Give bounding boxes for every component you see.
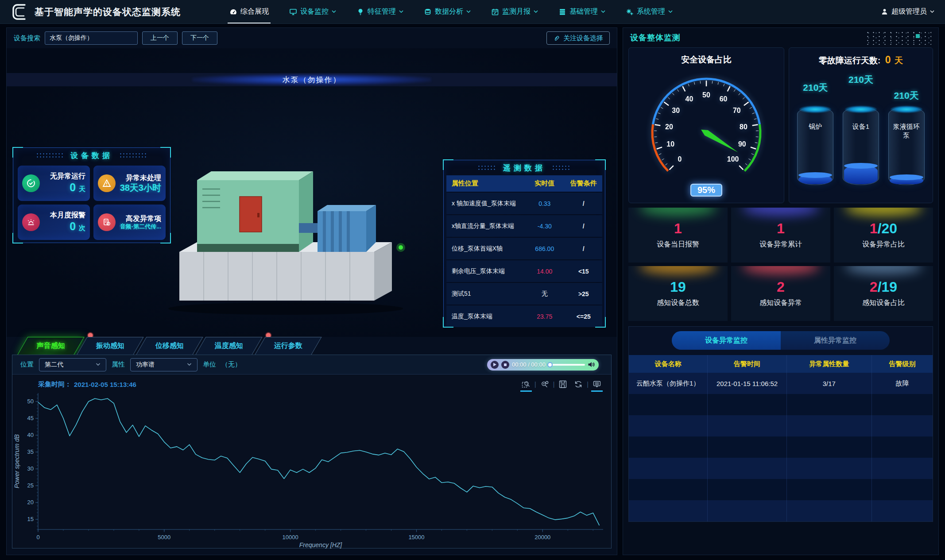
telemetry-panel: 遥测数据 属性位置 实时值 告警条件 x 轴加速度值_泵体末端 0.33 / bbox=[443, 160, 605, 327]
focus-device-select-button[interactable]: 关注设备选择 bbox=[546, 31, 610, 45]
svg-text:Frequency [HZ]: Frequency [HZ] bbox=[299, 541, 343, 548]
play-button[interactable] bbox=[491, 361, 499, 369]
chart-header: 采集时间： 2021-02-05 15:13:46 | | bbox=[12, 375, 611, 389]
zoom-select-icon[interactable] bbox=[522, 380, 531, 389]
table-row[interactable]: x 轴加速度值_泵体末端 0.33 / bbox=[446, 193, 602, 214]
days-value: 210天 bbox=[894, 89, 919, 102]
glow-decoration bbox=[742, 266, 820, 274]
seek-slider[interactable] bbox=[548, 364, 585, 366]
user-menu[interactable]: 超级管理员 bbox=[881, 7, 934, 16]
nav-label: 综合展现 bbox=[240, 7, 269, 16]
play-icon bbox=[493, 363, 496, 367]
dot-grid-decoration bbox=[552, 165, 571, 171]
nav-item-data-analysis[interactable]: 数据分析 bbox=[424, 0, 471, 23]
stat-sensor-ratio: 2/19 感知设备占比 bbox=[834, 266, 933, 321]
device-search-input[interactable] bbox=[45, 31, 138, 45]
column-header: 异常属性数量 bbox=[787, 355, 872, 373]
warning-triangle-icon bbox=[98, 174, 116, 192]
gears-icon bbox=[626, 8, 634, 16]
cylinder-body bbox=[888, 107, 925, 185]
table-row[interactable]: 剩余电压_泵体末端 14.00 <15 bbox=[446, 260, 602, 282]
table-row[interactable]: 测试51 无 >25 bbox=[446, 283, 602, 305]
dashboard-icon bbox=[229, 8, 237, 16]
attr-name: x轴直流分量_泵体末端 bbox=[446, 222, 524, 230]
stat-value: 0 bbox=[70, 220, 76, 232]
device-data-title: 设备数据 bbox=[70, 151, 113, 161]
nav-item-overview[interactable]: 综合展现 bbox=[229, 0, 269, 23]
audio-player: 00:00 / 00:00 bbox=[487, 359, 599, 371]
equipment-3d-viewport[interactable]: 水泵（勿操作） bbox=[7, 48, 617, 337]
nav-item-monthly-report[interactable]: 监测月报 bbox=[491, 0, 538, 23]
device-name-cell: 云酷水泵（勿操作1） bbox=[629, 373, 708, 394]
save-image-icon[interactable] bbox=[558, 380, 567, 389]
table-row[interactable]: 温度_泵体末端 23.75 <=25 bbox=[446, 305, 602, 327]
equipment-3d-model[interactable] bbox=[153, 115, 436, 323]
search-label: 设备搜索 bbox=[14, 34, 40, 42]
zoom-reset-icon[interactable] bbox=[540, 380, 549, 389]
abnormal-count-cell: 3/17 bbox=[787, 373, 872, 394]
device-search-toolbar: 设备搜索 上一个 下一个 关注设备选择 bbox=[7, 28, 617, 48]
user-name: 超级管理员 bbox=[891, 7, 927, 16]
stat-daily-alarms: 1 设备当日报警 bbox=[628, 208, 728, 263]
svg-text:70: 70 bbox=[733, 107, 741, 114]
column-header: 告警时间 bbox=[708, 355, 786, 373]
previous-device-button[interactable]: 上一个 bbox=[142, 31, 178, 45]
stop-button[interactable] bbox=[501, 361, 509, 369]
slider-knob[interactable] bbox=[547, 362, 553, 367]
toolbox-separator: | bbox=[553, 381, 555, 388]
stat-label: 设备当日报警 bbox=[657, 240, 699, 249]
attr-value: 0.33 bbox=[524, 200, 565, 207]
capture-time-value: 2021-02-05 15:13:46 bbox=[74, 381, 136, 388]
document-alert-icon bbox=[98, 213, 116, 231]
cylinder-slurry-pump: 210天 浆液循环泵 bbox=[884, 68, 929, 185]
alarm-siren-icon bbox=[22, 213, 40, 231]
tab-device-abnormal[interactable]: 设备异常监控 bbox=[672, 331, 781, 350]
glow-decoration bbox=[845, 266, 922, 274]
tab-displacement[interactable]: 位移感知 bbox=[136, 337, 203, 355]
nav-label: 基础管理 bbox=[569, 7, 598, 16]
stat-label: 设备异常占比 bbox=[862, 240, 905, 249]
stat-label: 无异常运行 bbox=[43, 172, 85, 181]
nav-item-feature-mgmt[interactable]: 特征管理 bbox=[356, 0, 403, 23]
table-row[interactable]: 云酷水泵（勿操作1） 2021-01-15 11:06:52 3/17 故障 bbox=[629, 373, 933, 394]
svg-text:15000: 15000 bbox=[408, 534, 424, 541]
next-device-button[interactable]: 下一个 bbox=[182, 31, 217, 45]
svg-text:0: 0 bbox=[36, 534, 39, 541]
nav-item-basic-mgmt[interactable]: 基础管理 bbox=[558, 0, 605, 23]
main-content: 设备搜索 上一个 下一个 关注设备选择 水泵（勿操作） bbox=[0, 24, 945, 559]
svg-text:Power spectrum dB: Power spectrum dB bbox=[13, 434, 20, 488]
power-spectrum-chart[interactable]: 152025303540455005000100001500020000Freq… bbox=[12, 389, 611, 551]
safety-gauge-card: 安全设备占比 0102030405060708090100 95% bbox=[628, 47, 784, 203]
cylinder-liquid bbox=[890, 177, 923, 184]
check-circle-icon bbox=[22, 174, 40, 192]
stat-value: 38天3小时 bbox=[120, 183, 161, 193]
tab-temperature[interactable]: 温度感知 bbox=[195, 337, 262, 355]
volume-icon[interactable] bbox=[588, 361, 595, 368]
tab-attribute-abnormal[interactable]: 属性异常监控 bbox=[781, 331, 890, 350]
table-row[interactable]: x轴直流分量_泵体末端 -4.30 / bbox=[446, 215, 602, 237]
chevron-down-icon bbox=[930, 10, 934, 13]
column-header: 告警级别 bbox=[872, 355, 933, 373]
table-row[interactable]: 位移_泵体首端X轴 686.00 / bbox=[446, 238, 602, 259]
chevron-down-icon bbox=[534, 10, 538, 13]
restore-icon[interactable] bbox=[574, 380, 583, 389]
attribute-select[interactable]: 功率谱 bbox=[130, 358, 198, 371]
nav-item-system-mgmt[interactable]: 系统管理 bbox=[626, 0, 673, 23]
tab-sound[interactable]: 声音感知 bbox=[17, 337, 84, 355]
stat-abnormal-ratio: 1/20 设备异常占比 bbox=[834, 208, 933, 263]
svg-text:10: 10 bbox=[666, 140, 674, 148]
device-data-panel: 设备数据 无异常运行 0 天 bbox=[13, 147, 170, 243]
tab-vibration[interactable]: 振动感知 bbox=[77, 337, 143, 355]
attr-cond: <15 bbox=[565, 268, 602, 275]
chart-toolbox: | | | bbox=[522, 380, 601, 389]
data-view-icon[interactable] bbox=[593, 380, 601, 389]
stat-label: 本月度报警 bbox=[43, 211, 85, 220]
position-select[interactable]: 第二代 bbox=[39, 358, 106, 371]
nav-item-device-monitor[interactable]: 设备监控 bbox=[289, 0, 336, 23]
sense-tabs: 声音感知 振动感知 位移感知 温度感知 运行参数 bbox=[7, 337, 617, 355]
stat-value: 0 bbox=[70, 181, 76, 193]
table-row-empty bbox=[629, 394, 933, 415]
tab-run-params[interactable]: 运行参数 bbox=[255, 337, 321, 355]
attr-value: 14.00 bbox=[524, 268, 565, 275]
stat-label: 高发异常项 bbox=[119, 214, 161, 223]
